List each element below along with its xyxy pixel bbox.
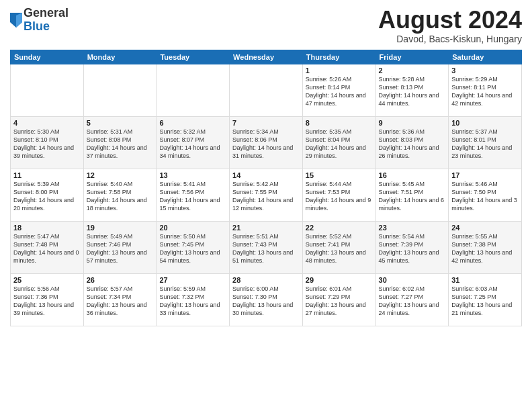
- day-info: Sunrise: 5:41 AM Sunset: 7:56 PM Dayligh…: [159, 180, 226, 213]
- day-info: Sunrise: 5:32 AM Sunset: 8:07 PM Dayligh…: [159, 128, 226, 161]
- day-info: Sunrise: 5:28 AM Sunset: 8:13 PM Dayligh…: [379, 75, 446, 108]
- day-number: 9: [379, 119, 446, 127]
- day-number: 3: [451, 66, 519, 75]
- day-number: 20: [159, 224, 226, 232]
- day-number: 18: [13, 224, 81, 232]
- day-info: Sunrise: 5:35 AM Sunset: 8:04 PM Dayligh…: [306, 128, 373, 161]
- day-info: Sunrise: 5:46 AM Sunset: 7:50 PM Dayligh…: [451, 180, 519, 213]
- day-info: Sunrise: 5:50 AM Sunset: 7:45 PM Dayligh…: [159, 232, 226, 265]
- table-row: 17Sunrise: 5:46 AM Sunset: 7:50 PM Dayli…: [449, 169, 522, 221]
- table-row: 8Sunrise: 5:35 AM Sunset: 8:04 PM Daylig…: [302, 116, 375, 169]
- day-info: Sunrise: 5:39 AM Sunset: 8:00 PM Dayligh…: [13, 180, 81, 213]
- day-number: 15: [306, 171, 373, 179]
- table-row: 5Sunrise: 5:31 AM Sunset: 8:08 PM Daylig…: [83, 116, 157, 169]
- table-row: 30Sunrise: 6:02 AM Sunset: 7:27 PM Dayli…: [375, 273, 449, 326]
- day-info: Sunrise: 5:51 AM Sunset: 7:43 PM Dayligh…: [232, 232, 300, 265]
- day-info: Sunrise: 5:37 AM Sunset: 8:01 PM Dayligh…: [451, 128, 519, 161]
- day-number: 13: [159, 171, 226, 179]
- day-info: Sunrise: 5:42 AM Sunset: 7:55 PM Dayligh…: [232, 180, 300, 213]
- title-block: August 2024 Davod, Bacs-Kiskun, Hungary: [378, 7, 522, 44]
- col-wednesday: Wednesday: [230, 50, 303, 64]
- day-number: 17: [451, 171, 519, 179]
- day-info: Sunrise: 5:45 AM Sunset: 7:51 PM Dayligh…: [379, 180, 446, 213]
- day-info: Sunrise: 6:03 AM Sunset: 7:25 PM Dayligh…: [451, 285, 519, 318]
- day-number: 22: [306, 224, 373, 232]
- day-info: Sunrise: 5:54 AM Sunset: 7:39 PM Dayligh…: [379, 232, 446, 265]
- col-friday: Friday: [375, 50, 449, 64]
- day-number: 25: [13, 276, 81, 284]
- col-tuesday: Tuesday: [157, 50, 230, 64]
- day-number: 8: [306, 119, 373, 127]
- day-number: 14: [232, 171, 300, 179]
- day-number: 29: [306, 276, 373, 284]
- day-info: Sunrise: 5:47 AM Sunset: 7:48 PM Dayligh…: [13, 232, 81, 265]
- day-info: Sunrise: 5:36 AM Sunset: 8:03 PM Dayligh…: [379, 128, 446, 161]
- table-row: 6Sunrise: 5:32 AM Sunset: 8:07 PM Daylig…: [157, 116, 230, 169]
- table-row: [157, 64, 230, 116]
- day-info: Sunrise: 5:56 AM Sunset: 7:36 PM Dayligh…: [13, 285, 81, 318]
- table-row: 11Sunrise: 5:39 AM Sunset: 8:00 PM Dayli…: [11, 169, 84, 221]
- table-row: 26Sunrise: 5:57 AM Sunset: 7:34 PM Dayli…: [83, 273, 157, 326]
- table-row: 25Sunrise: 5:56 AM Sunset: 7:36 PM Dayli…: [11, 273, 84, 326]
- week-row-4: 25Sunrise: 5:56 AM Sunset: 7:36 PM Dayli…: [11, 273, 522, 326]
- table-row: 20Sunrise: 5:50 AM Sunset: 7:45 PM Dayli…: [157, 221, 230, 273]
- day-info: Sunrise: 5:49 AM Sunset: 7:46 PM Dayligh…: [87, 232, 154, 265]
- day-number: 1: [306, 66, 373, 75]
- logo: General Blue: [10, 7, 69, 34]
- table-row: 4Sunrise: 5:30 AM Sunset: 8:10 PM Daylig…: [11, 116, 84, 169]
- table-row: 31Sunrise: 6:03 AM Sunset: 7:25 PM Dayli…: [449, 273, 522, 326]
- day-number: 10: [451, 119, 519, 127]
- week-row-2: 11Sunrise: 5:39 AM Sunset: 8:00 PM Dayli…: [11, 169, 522, 221]
- col-saturday: Saturday: [449, 50, 522, 64]
- table-row: 9Sunrise: 5:36 AM Sunset: 8:03 PM Daylig…: [375, 116, 449, 169]
- day-info: Sunrise: 5:59 AM Sunset: 7:32 PM Dayligh…: [159, 285, 226, 318]
- day-info: Sunrise: 5:31 AM Sunset: 8:08 PM Dayligh…: [87, 128, 154, 161]
- day-info: Sunrise: 5:52 AM Sunset: 7:41 PM Dayligh…: [306, 232, 373, 265]
- day-number: 6: [159, 119, 226, 127]
- day-info: Sunrise: 5:40 AM Sunset: 7:58 PM Dayligh…: [87, 180, 154, 213]
- day-info: Sunrise: 6:02 AM Sunset: 7:27 PM Dayligh…: [379, 285, 446, 318]
- logo-blue: Blue: [24, 20, 69, 34]
- table-row: 27Sunrise: 5:59 AM Sunset: 7:32 PM Dayli…: [157, 273, 230, 326]
- col-thursday: Thursday: [302, 50, 375, 64]
- header-row: Sunday Monday Tuesday Wednesday Thursday…: [11, 50, 522, 64]
- day-number: 28: [232, 276, 300, 284]
- table-row: 29Sunrise: 6:01 AM Sunset: 7:29 PM Dayli…: [302, 273, 375, 326]
- table-row: 2Sunrise: 5:28 AM Sunset: 8:13 PM Daylig…: [375, 64, 449, 116]
- day-number: 24: [451, 224, 519, 232]
- location: Davod, Bacs-Kiskun, Hungary: [378, 34, 522, 44]
- table-row: [230, 64, 303, 116]
- day-info: Sunrise: 5:44 AM Sunset: 7:53 PM Dayligh…: [306, 180, 373, 213]
- table-row: 10Sunrise: 5:37 AM Sunset: 8:01 PM Dayli…: [449, 116, 522, 169]
- table-row: 19Sunrise: 5:49 AM Sunset: 7:46 PM Dayli…: [83, 221, 157, 273]
- week-row-1: 4Sunrise: 5:30 AM Sunset: 8:10 PM Daylig…: [11, 116, 522, 169]
- day-number: 4: [13, 119, 81, 127]
- table-row: 24Sunrise: 5:55 AM Sunset: 7:38 PM Dayli…: [449, 221, 522, 273]
- day-info: Sunrise: 5:55 AM Sunset: 7:38 PM Dayligh…: [451, 232, 519, 265]
- day-info: Sunrise: 5:57 AM Sunset: 7:34 PM Dayligh…: [87, 285, 154, 318]
- day-number: 21: [232, 224, 300, 232]
- day-number: 2: [379, 66, 446, 75]
- day-number: 16: [379, 171, 446, 179]
- table-row: 1Sunrise: 5:26 AM Sunset: 8:14 PM Daylig…: [302, 64, 375, 116]
- header: General Blue August 2024 Davod, Bacs-Kis…: [10, 7, 522, 44]
- day-number: 31: [451, 276, 519, 284]
- table-row: 3Sunrise: 5:29 AM Sunset: 8:11 PM Daylig…: [449, 64, 522, 116]
- table-row: 14Sunrise: 5:42 AM Sunset: 7:55 PM Dayli…: [230, 169, 303, 221]
- week-row-0: 1Sunrise: 5:26 AM Sunset: 8:14 PM Daylig…: [11, 64, 522, 116]
- day-number: 30: [379, 276, 446, 284]
- table-row: 7Sunrise: 5:34 AM Sunset: 8:06 PM Daylig…: [230, 116, 303, 169]
- day-info: Sunrise: 5:26 AM Sunset: 8:14 PM Dayligh…: [306, 75, 373, 108]
- table-row: 18Sunrise: 5:47 AM Sunset: 7:48 PM Dayli…: [11, 221, 84, 273]
- day-info: Sunrise: 6:01 AM Sunset: 7:29 PM Dayligh…: [306, 285, 373, 318]
- logo-icon: [10, 13, 22, 28]
- day-number: 7: [232, 119, 300, 127]
- table-row: 15Sunrise: 5:44 AM Sunset: 7:53 PM Dayli…: [302, 169, 375, 221]
- day-info: Sunrise: 5:34 AM Sunset: 8:06 PM Dayligh…: [232, 128, 300, 161]
- logo-general: General: [24, 7, 69, 20]
- day-number: 11: [13, 171, 81, 179]
- month-title: August 2024: [378, 7, 522, 34]
- day-number: 5: [87, 119, 154, 127]
- table-row: 23Sunrise: 5:54 AM Sunset: 7:39 PM Dayli…: [375, 221, 449, 273]
- table-row: 13Sunrise: 5:41 AM Sunset: 7:56 PM Dayli…: [157, 169, 230, 221]
